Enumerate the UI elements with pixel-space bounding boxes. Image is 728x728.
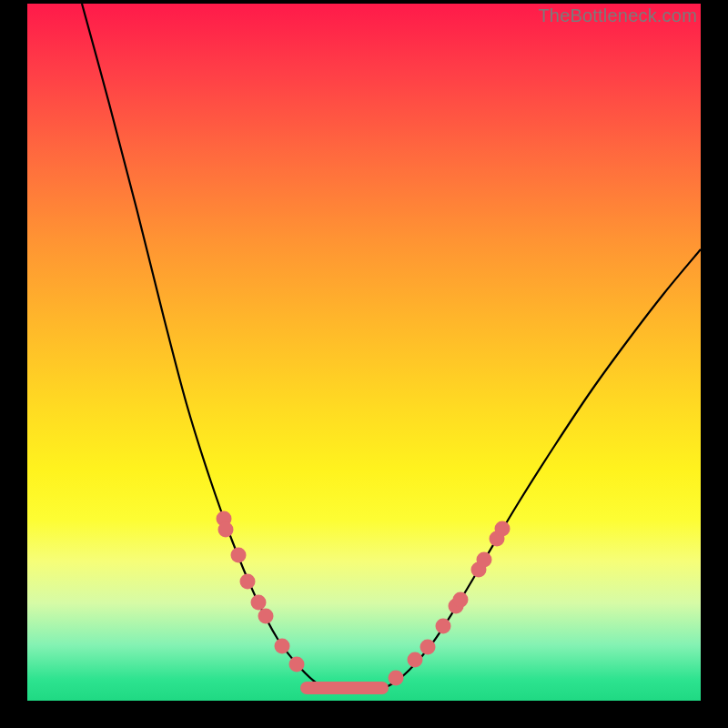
data-dot [453,592,469,608]
data-dot [408,652,423,668]
data-dot [289,657,305,672]
data-dot [436,619,451,634]
data-dot [231,548,247,563]
data-dot [495,521,511,537]
bottleneck-curve [82,4,701,693]
data-dot [389,671,404,686]
data-dot [275,639,290,654]
chart-frame [27,4,701,701]
data-dot [251,595,267,611]
bottleneck-chart [27,4,701,701]
data-dot [240,574,256,590]
data-dot [218,522,234,538]
data-dot [420,640,436,655]
data-dot [258,609,274,624]
data-dot [477,552,492,568]
watermark-text: TheBottleneck.com [538,5,697,26]
dots-left-group [217,511,305,672]
